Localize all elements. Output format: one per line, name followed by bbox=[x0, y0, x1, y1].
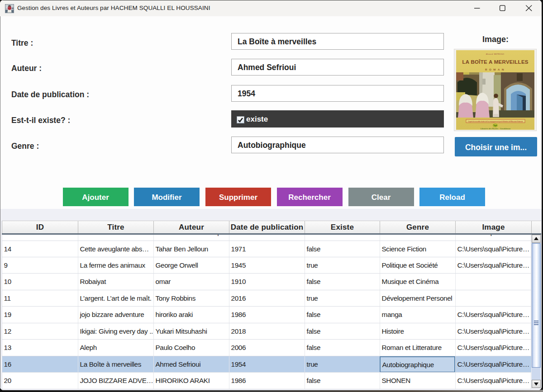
svg-text:D'après les nouvelles études d: D'après les nouvelles études de l'accomp… bbox=[468, 120, 524, 123]
svg-text:LA BOÎTE A MERVEILLES: LA BOÎTE A MERVEILLES bbox=[462, 59, 529, 65]
svg-text:ROMAN: ROMAN bbox=[485, 68, 506, 71]
svg-text:Ahmed SEFRIOUI: Ahmed SEFRIOUI bbox=[486, 53, 505, 55]
svg-text:Librairie des Écoles - Casabla: Librairie des Écoles - Casablanca bbox=[481, 128, 511, 130]
